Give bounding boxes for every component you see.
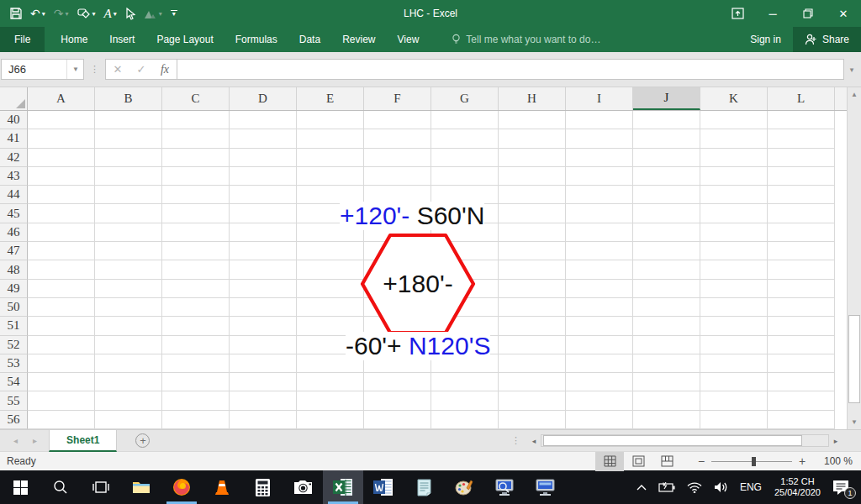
cell[interactable]: [431, 242, 499, 260]
cell[interactable]: [566, 149, 633, 167]
cell[interactable]: [162, 411, 230, 429]
cell[interactable]: [700, 260, 768, 279]
cell[interactable]: [499, 411, 566, 429]
cell[interactable]: [364, 223, 431, 242]
cell[interactable]: [297, 336, 364, 354]
cell[interactable]: [700, 373, 768, 391]
grid-row[interactable]: 42: [0, 149, 847, 167]
cell[interactable]: [162, 204, 230, 223]
column-header-j-selected[interactable]: J: [633, 87, 700, 110]
redo-button[interactable]: ↷▾: [50, 3, 72, 24]
cell[interactable]: [297, 280, 364, 298]
cell[interactable]: [230, 204, 297, 223]
cell[interactable]: [230, 373, 297, 391]
cell[interactable]: [431, 317, 499, 335]
cell[interactable]: [297, 204, 364, 223]
cell[interactable]: [162, 391, 230, 410]
cell[interactable]: [297, 260, 364, 279]
word-icon[interactable]: [363, 470, 404, 504]
share-button[interactable]: Share: [793, 27, 861, 52]
file-explorer-icon[interactable]: [121, 470, 161, 504]
cell[interactable]: [700, 167, 768, 186]
cell[interactable]: [431, 391, 499, 410]
cell[interactable]: [28, 167, 95, 186]
row-header[interactable]: 52: [0, 336, 28, 354]
cell[interactable]: [566, 317, 633, 335]
sheet-nav-left-icon[interactable]: ◂: [13, 436, 18, 445]
cell[interactable]: [230, 298, 297, 317]
cell[interactable]: [162, 149, 230, 167]
column-header-d[interactable]: D: [230, 87, 297, 110]
cell[interactable]: [633, 223, 700, 242]
row-header[interactable]: 55: [0, 391, 28, 410]
cell[interactable]: [633, 129, 700, 148]
cell[interactable]: [499, 129, 566, 148]
cell[interactable]: [28, 149, 95, 167]
row-header[interactable]: 50: [0, 298, 28, 317]
cell[interactable]: [28, 280, 95, 298]
scroll-left-icon[interactable]: ◂: [527, 437, 541, 445]
cell[interactable]: [768, 129, 835, 148]
cell[interactable]: [230, 111, 297, 129]
cell[interactable]: [768, 354, 835, 373]
cell[interactable]: [566, 391, 633, 410]
sign-in-link[interactable]: Sign in: [738, 34, 793, 45]
row-header[interactable]: 47: [0, 242, 28, 260]
cell[interactable]: [768, 280, 835, 298]
cell[interactable]: [95, 280, 162, 298]
cell[interactable]: [297, 186, 364, 204]
cell[interactable]: [162, 111, 230, 129]
cell[interactable]: [499, 317, 566, 335]
cancel-icon[interactable]: ✕: [106, 63, 129, 76]
cell[interactable]: [499, 354, 566, 373]
cell[interactable]: [633, 111, 700, 129]
page-break-preview-icon[interactable]: [652, 452, 681, 471]
cell[interactable]: [768, 391, 835, 410]
cell[interactable]: [230, 167, 297, 186]
row-header[interactable]: 53: [0, 354, 28, 373]
grid-row[interactable]: 53: [0, 354, 847, 373]
cell[interactable]: [28, 317, 95, 335]
cell[interactable]: [700, 186, 768, 204]
cell[interactable]: [364, 242, 431, 260]
cell[interactable]: [431, 298, 499, 317]
cell[interactable]: [95, 186, 162, 204]
cell[interactable]: [364, 167, 431, 186]
tab-file[interactable]: File: [0, 27, 45, 52]
grid-row[interactable]: 56: [0, 411, 847, 429]
column-header-b[interactable]: B: [95, 87, 162, 110]
cell[interactable]: [162, 129, 230, 148]
cell[interactable]: [633, 354, 700, 373]
cell[interactable]: [230, 223, 297, 242]
cell[interactable]: [162, 280, 230, 298]
cell[interactable]: [230, 149, 297, 167]
cell[interactable]: [566, 167, 633, 186]
cell[interactable]: [700, 298, 768, 317]
cell[interactable]: [768, 223, 835, 242]
cell[interactable]: [633, 242, 700, 260]
row-header[interactable]: 45: [0, 204, 28, 223]
cell[interactable]: [364, 186, 431, 204]
calculator-icon[interactable]: [242, 470, 283, 504]
tab-formulas[interactable]: Formulas: [224, 27, 288, 52]
zoom-slider-track[interactable]: [711, 461, 792, 462]
cell[interactable]: [768, 149, 835, 167]
cell[interactable]: [499, 186, 566, 204]
cell[interactable]: [364, 354, 431, 373]
select-pointer-icon[interactable]: [122, 3, 139, 24]
cell[interactable]: [633, 373, 700, 391]
cell[interactable]: [95, 149, 162, 167]
normal-view-icon[interactable]: [595, 452, 624, 471]
cell[interactable]: [499, 280, 566, 298]
cell[interactable]: [95, 204, 162, 223]
save-icon[interactable]: [7, 3, 25, 24]
zoom-slider-thumb[interactable]: [752, 457, 756, 466]
cell[interactable]: [768, 298, 835, 317]
cell[interactable]: [499, 260, 566, 279]
column-header-c[interactable]: C: [162, 87, 230, 110]
cell[interactable]: [633, 280, 700, 298]
cell[interactable]: [768, 242, 835, 260]
cell[interactable]: [633, 260, 700, 279]
grid-row[interactable]: 50: [0, 298, 847, 317]
cell[interactable]: [566, 373, 633, 391]
